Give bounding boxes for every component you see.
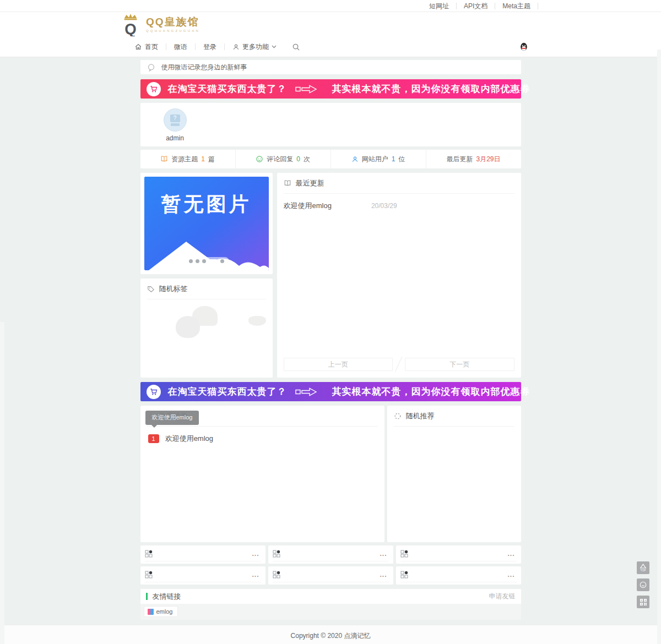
topbar-link-api-docs[interactable]: API文档 [457, 3, 495, 9]
chat-bubble-icon [147, 63, 155, 72]
book-icon [160, 155, 168, 163]
recent-post-row[interactable]: 欢迎使用emlog 20/03/29 [284, 194, 514, 218]
grid-icon [145, 571, 153, 578]
qr-code-button[interactable] [637, 596, 649, 608]
user-avatar-button[interactable] [519, 42, 529, 52]
apply-friend-link[interactable]: 申请友链 [489, 592, 516, 601]
topbar-link-meta-theme[interactable]: Meta主题 [495, 3, 538, 9]
category-card[interactable]: ... [140, 545, 266, 564]
recent-updates-column: 最近更新 欢迎使用emlog 20/03/29 上一页 下一页 [277, 173, 521, 378]
smiley-icon [256, 155, 263, 163]
profile-avatar-link[interactable]: ? admin [161, 108, 189, 142]
shopping-cart-icon [147, 82, 161, 96]
nav-item-label: 登录 [203, 42, 216, 52]
slider-dots [184, 257, 229, 265]
comment-button[interactable] [637, 578, 649, 591]
next-page-button[interactable]: 下一页 [405, 358, 514, 371]
nav-menu: 首页 微语 登录 更多功能 [127, 42, 519, 52]
taobao-coupon-banner-bottom[interactable]: 在淘宝天猫买东西太贵了？ 其实根本就不贵，因为你没有领取内部优惠券 [140, 382, 521, 401]
back-to-top-icon: TOP [638, 563, 648, 572]
stat-value: 1 [201, 155, 205, 163]
slider-card: 暂无图片 [140, 173, 273, 274]
slider-dot[interactable] [220, 259, 224, 263]
category-card[interactable]: ... [140, 566, 266, 585]
topbar-link-short-url[interactable]: 短网址 [422, 3, 457, 9]
refresh-icon [394, 412, 402, 420]
scrollbar-track[interactable] [657, 50, 661, 644]
category-card[interactable]: ... [268, 545, 393, 564]
profile-username: admin [161, 134, 189, 142]
user-icon [351, 156, 359, 163]
category-card[interactable]: ... [268, 566, 393, 585]
stat-value: 1 [392, 155, 395, 163]
main-columns: 暂无图片 [140, 173, 521, 378]
slider-dot[interactable] [196, 259, 199, 263]
taobao-coupon-banner-top[interactable]: 在淘宝天猫买东西太贵了？ 其实根本就不贵，因为你没有领取内部优惠券 [140, 79, 521, 99]
nav-item-label: 首页 [145, 42, 158, 52]
nav-item-login[interactable]: 登录 [196, 42, 224, 52]
no-image-text: 暂无图片 [144, 191, 269, 218]
banner-question: 在淘宝天猫买东西太贵了？ [168, 83, 287, 95]
nav-item-more-features[interactable]: 更多功能 [225, 42, 284, 52]
hot-post-row[interactable]: 1 欢迎使用emlog [147, 427, 378, 451]
topbar: 短网址 API文档 Meta主题 [0, 0, 661, 12]
slider-dot[interactable] [202, 259, 206, 263]
slider-dot-active[interactable] [209, 259, 218, 263]
stat-unit: 次 [304, 155, 310, 164]
grid-icon [145, 550, 153, 558]
user-icon [232, 43, 240, 51]
friend-link-emlog[interactable]: emlog [144, 606, 178, 617]
grid-icon [400, 550, 408, 558]
pagination-divider [393, 358, 405, 371]
nav-item-weiyu[interactable]: 微语 [166, 42, 195, 52]
search-button[interactable] [286, 43, 306, 51]
prev-page-button[interactable]: 上一页 [284, 358, 393, 371]
friend-links-card: 友情链接 申请友链 emlog [140, 589, 521, 620]
page-edge-strip-left [0, 322, 4, 644]
grid-icon [273, 571, 280, 578]
left-sidebar: 暂无图片 [140, 173, 273, 378]
banner-answer: 其实根本就不贵，因为你没有领取内部优惠券 [332, 83, 530, 95]
svg-text:Q: Q [124, 20, 136, 36]
weiyu-notice-bar[interactable]: 使用微语记录您身边的新鲜事 [140, 60, 521, 74]
banner-question: 在淘宝天猫买东西太贵了？ [168, 385, 287, 398]
site-title: QQ皇族馆 [146, 17, 200, 28]
stat-resource-topics[interactable]: 资源主题 1 篇 [140, 150, 236, 168]
notice-text: 使用微语记录您身边的新鲜事 [161, 63, 247, 72]
random-tags-header: 随机标签 [147, 284, 266, 299]
banner-answer: 其实根本就不贵，因为你没有领取内部优惠券 [332, 385, 530, 398]
comment-circle-icon [639, 581, 647, 589]
svg-text:TOP: TOP [641, 569, 646, 572]
site-logo[interactable]: Q QQ皇族馆 QQHUANGZUGUAN [120, 13, 200, 36]
nav-item-label: 更多功能 [242, 42, 269, 52]
category-card[interactable]: ... [396, 545, 521, 564]
stat-site-users[interactable]: 网站用户 1 位 [331, 150, 426, 168]
slider-no-image[interactable]: 暂无图片 [144, 177, 269, 270]
navbar: 首页 微语 登录 更多功能 [0, 37, 661, 57]
double-arrow-icon [295, 387, 324, 397]
random-recommend-header: 随机推荐 [394, 411, 514, 427]
stat-value: 0 [296, 155, 300, 163]
random-tags-title: 随机标签 [159, 284, 188, 294]
stat-comment-replies[interactable]: 评论回复 0 次 [236, 150, 331, 168]
recent-post-title: 欢迎使用emlog [284, 201, 332, 211]
more-label: ... [252, 550, 259, 558]
category-card[interactable]: ... [396, 566, 521, 585]
back-to-top-button[interactable]: TOP [637, 561, 649, 574]
random-recommend-card: 随机推荐 [387, 406, 521, 542]
slider-dot[interactable] [189, 259, 193, 263]
avatar-strip [171, 123, 180, 126]
rank-badge: 1 [148, 434, 159, 443]
recent-updates-header: 最近更新 [284, 178, 514, 194]
green-accent-bar [146, 593, 148, 600]
double-arrow-icon [295, 84, 324, 94]
tag-icon [147, 285, 155, 293]
tags-placeholder-blob [176, 316, 200, 338]
nav-item-home[interactable]: 首页 [127, 42, 166, 52]
secondary-columns: 欢迎使用emlog 热度榜单 1 欢迎使用emlog 随机推荐 [140, 406, 521, 542]
main-content: 使用微语记录您身边的新鲜事 在淘宝天猫买东西太贵了？ 其实根本就不贵，因为你没有… [140, 57, 521, 620]
chevron-down-icon [272, 45, 277, 48]
qq-penguin-icon [519, 42, 529, 52]
more-label: ... [252, 571, 259, 578]
pagination: 上一页 下一页 [284, 358, 514, 371]
